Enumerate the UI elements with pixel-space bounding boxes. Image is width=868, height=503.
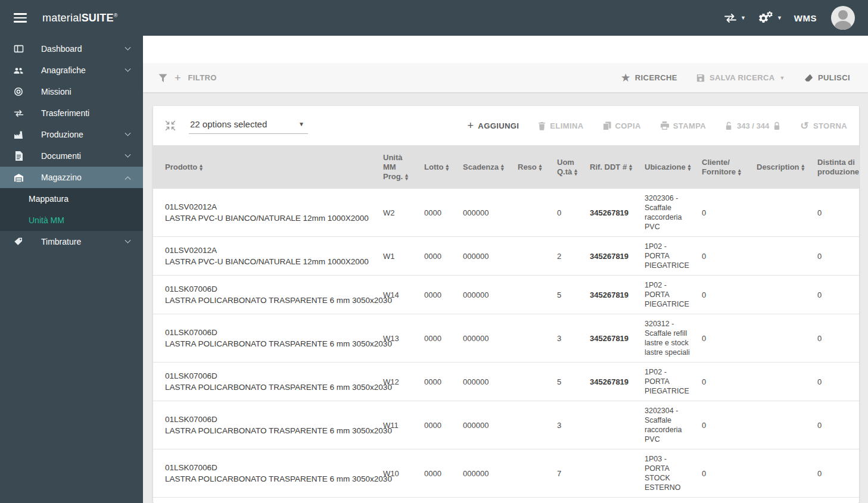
topbar: materialSUITE® ▼ ▼ WMS [0, 0, 868, 36]
product-code: 01LSK07006D [165, 414, 374, 425]
cell-prodotto: 01LSK07006D LASTRA POLICARBONATO TRASPAR… [153, 401, 377, 449]
cell-prodotto: 01LSK07006D LASTRA POLICARBONATO TRASPAR… [153, 363, 377, 401]
cell-lotto: 0000 [418, 363, 457, 401]
chevron-down-icon [125, 65, 131, 71]
filtro-button[interactable]: + FILTRO [158, 73, 217, 83]
sidebar-item-anagrafiche[interactable]: Anagrafiche [0, 60, 143, 81]
collapse-icon[interactable] [165, 120, 176, 131]
table-row[interactable]: 01LSK07006D LASTRA POLICARBONATO TRASPAR… [153, 363, 859, 401]
column-header-scadenza[interactable]: Scadenza [457, 145, 512, 189]
chevron-down-icon: ▼ [777, 15, 782, 21]
cell-unita-mm-prog: W11 [377, 401, 418, 449]
cell-cliente-fornitore: 0 [696, 237, 751, 276]
hamburger-menu-icon[interactable] [14, 11, 27, 25]
sidebar-subitem-label: Unità MM [29, 215, 64, 225]
salva-ricerca-button[interactable]: SALVA RICERCA ▼ [696, 73, 785, 82]
sidebar-item-label: Timbrature [41, 237, 81, 246]
sidebar-subitem-mappatura[interactable]: Mappatura [0, 188, 143, 210]
factory-icon [13, 130, 24, 139]
columns-select[interactable]: 22 options selected ▼ [189, 117, 308, 134]
table-row[interactable]: 01LSK07006D LASTRA POLICARBONATO TRASPAR… [153, 314, 859, 363]
cell-ubicazione: 1P03 - PORTA STOCK ESTERNO [639, 498, 696, 503]
sidebar-item-label: Produzione [41, 130, 83, 139]
column-header-prodotto[interactable]: Prodotto [153, 145, 377, 189]
cell-description [751, 237, 811, 276]
product-description: LASTRA POLICARBONATO TRASPARENTE 6 mm 30… [165, 382, 374, 393]
cell-cliente-fornitore: 0 [696, 498, 751, 503]
product-description: LASTRA POLICARBONATO TRASPARENTE 6 mm 30… [165, 473, 374, 485]
save-icon [696, 74, 705, 82]
cell-scadenza: 000000 [457, 449, 512, 498]
plus-icon: + [467, 120, 474, 131]
content-area: 22 options selected ▼ + AGGIUNGI [143, 92, 868, 503]
lock-counter[interactable]: 343 / 344 [725, 121, 781, 130]
elimina-button[interactable]: ELIMINA [538, 121, 583, 130]
stampa-button[interactable]: STAMPA [660, 121, 706, 130]
column-header-uom-qta[interactable]: Uom Q.tà [551, 145, 584, 189]
sidebar-item-missioni[interactable]: Missioni [0, 81, 143, 102]
aggiungi-button[interactable]: + AGGIUNGI [467, 120, 519, 131]
settings-menu[interactable]: ▼ [758, 11, 782, 25]
product-code: 01LSK07006D [165, 462, 374, 473]
sidebar-item-label: Trasferimenti [41, 108, 89, 118]
sidebar-subitem-unita-mm[interactable]: Unità MM [0, 210, 143, 231]
storna-button[interactable]: ↺ STORNA [800, 121, 847, 131]
cell-cliente-fornitore: 0 [696, 401, 751, 449]
table-row[interactable]: 01LSK07006D LASTRA POLICARBONATO TRASPAR… [153, 401, 859, 449]
ricerche-label: RICERCHE [635, 73, 677, 82]
cell-distinta-di-produzione: 0 [811, 401, 859, 449]
cell-cliente-fornitore: 0 [696, 314, 751, 363]
table-toolbar: 22 options selected ▼ + AGGIUNGI [153, 106, 859, 145]
units-table: Prodotto Unità MM Prog. Lotto Scadenza R… [153, 145, 859, 503]
table-row[interactable]: 01LSK07006D LASTRA POLICARBONATO TRASPAR… [153, 498, 859, 503]
sidebar-item-timbrature[interactable]: Timbrature [0, 231, 143, 252]
sidebar-item-label: Anagrafiche [41, 65, 86, 75]
cell-prodotto: 01LSK07006D LASTRA POLICARBONATO TRASPAR… [153, 276, 377, 314]
cell-prodotto: 01LSK07006D LASTRA POLICARBONATO TRASPAR… [153, 314, 377, 363]
document-icon [13, 151, 24, 161]
cell-reso [512, 314, 551, 363]
table-row[interactable]: 01LSV02012A LASTRA PVC-U BIANCO/NATURALE… [153, 237, 859, 276]
column-header-cliente-fornitore[interactable]: Cliente/ Fornitore [696, 145, 751, 189]
cell-reso [512, 401, 551, 449]
avatar[interactable] [831, 6, 855, 30]
wms-label[interactable]: WMS [794, 13, 817, 23]
star-icon: ★ [621, 73, 630, 83]
column-header-description[interactable]: Description [751, 145, 811, 189]
dashboard-icon [13, 44, 24, 54]
sidebar-item-documenti[interactable]: Documenti [0, 145, 143, 167]
column-header-unita-mm-prog[interactable]: Unità MM Prog. [377, 145, 418, 189]
sidebar-item-dashboard[interactable]: Dashboard [0, 38, 143, 60]
cell-ubicazione: 320312 - Scaffale refill lastre e stock … [639, 314, 696, 363]
cell-reso [512, 237, 551, 276]
column-header-rif-ddt[interactable]: Rif. DDT # [584, 145, 639, 189]
sort-icon [629, 164, 632, 171]
cell-reso [512, 449, 551, 498]
sidebar-item-trasferimenti[interactable]: Trasferimenti [0, 102, 143, 124]
column-header-lotto[interactable]: Lotto [418, 145, 457, 189]
cell-uom-qta: 3 [551, 401, 584, 449]
columns-select-value: 22 options selected [190, 119, 267, 129]
pulisci-button[interactable]: PULISCI [804, 73, 850, 82]
cell-uom-qta: 3 [551, 314, 584, 363]
transfer-menu[interactable]: ▼ [724, 14, 746, 23]
sidebar-item-magazzino[interactable]: Magazzino [0, 167, 143, 188]
ricerche-button[interactable]: ★ RICERCHE [621, 73, 677, 83]
app-logo: materialSUITE® [42, 12, 117, 24]
column-header-distinta-di-produzione[interactable]: Distinta di produzione [811, 145, 859, 189]
cell-scadenza: 000000 [457, 276, 512, 314]
cell-uom-qta: 2 [551, 237, 584, 276]
sidebar-item-produzione[interactable]: Produzione [0, 124, 143, 145]
copia-button[interactable]: COPIA [603, 121, 641, 130]
table-row[interactable]: 01LSK07006D LASTRA POLICARBONATO TRASPAR… [153, 276, 859, 314]
table-row[interactable]: 01LSV02012A LASTRA PVC-U BIANCO/NATURALE… [153, 189, 859, 237]
cell-description [751, 401, 811, 449]
cell-cliente-fornitore: 0 [696, 449, 751, 498]
cell-uom-qta: 5 [551, 498, 584, 503]
column-header-reso[interactable]: Reso [512, 145, 551, 189]
cell-scadenza: 000000 [457, 401, 512, 449]
column-header-ubicazione[interactable]: Ubicazione [639, 145, 696, 189]
header-strip [143, 36, 868, 63]
chevron-down-icon [125, 130, 131, 136]
table-row[interactable]: 01LSK07006D LASTRA POLICARBONATO TRASPAR… [153, 449, 859, 498]
